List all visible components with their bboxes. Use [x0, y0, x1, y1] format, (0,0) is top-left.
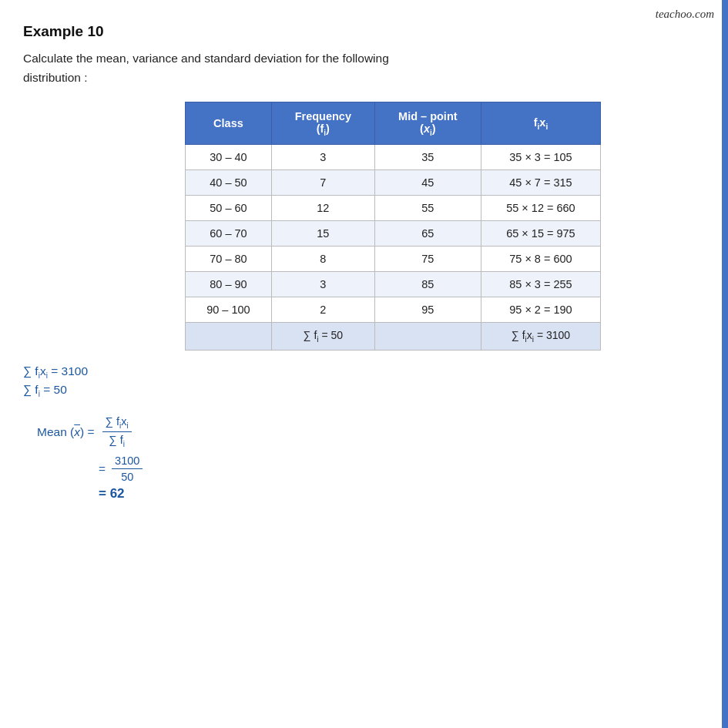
- mean-fraction-step2: 3100 50: [112, 455, 143, 483]
- cell-class: 70 – 80: [186, 247, 272, 272]
- table-row: 50 – 60 12 55 55 × 12 = 660: [186, 196, 601, 221]
- table-wrapper: Class Frequency(fi) Mid – point(xi) fixi…: [185, 102, 705, 351]
- step2-numerator: 3100: [112, 455, 143, 469]
- right-bar: [722, 0, 728, 728]
- col-header-fixi: fixi: [481, 102, 600, 145]
- step2-denominator: 50: [118, 469, 136, 483]
- footer-col3: [374, 323, 481, 351]
- example-title: Example 10: [23, 23, 705, 40]
- mean-denominator: ∑ fi: [106, 432, 128, 448]
- cell-freq: 7: [271, 170, 374, 196]
- mean-fraction: ∑ fixi ∑ fi: [102, 415, 132, 448]
- col-header-frequency: Frequency(fi): [271, 102, 374, 145]
- watermark: teachoo.com: [656, 8, 714, 21]
- cell-fixi: 65 × 15 = 975: [481, 221, 600, 247]
- footer-col4: ∑ fixi = 3100: [481, 323, 600, 351]
- col-header-class: Class: [186, 102, 272, 145]
- mean-formula-line: Mean (x) = ∑ fixi ∑ fi: [37, 415, 705, 448]
- table-row: 30 – 40 3 35 35 × 3 = 105: [186, 145, 601, 170]
- cell-class: 60 – 70: [186, 221, 272, 247]
- mean-label: Mean (x) =: [37, 425, 95, 439]
- table-row: 40 – 50 7 45 45 × 7 = 315: [186, 170, 601, 196]
- cell-class: 40 – 50: [186, 170, 272, 196]
- cell-freq: 12: [271, 196, 374, 221]
- cell-mid: 35: [374, 145, 481, 170]
- cell-fixi: 85 × 3 = 255: [481, 272, 600, 297]
- cell-mid: 85: [374, 272, 481, 297]
- cell-mid: 55: [374, 196, 481, 221]
- mean-result: = 62: [99, 486, 705, 502]
- table-row: 80 – 90 3 85 85 × 3 = 255: [186, 272, 601, 297]
- table-row: 70 – 80 8 75 75 × 8 = 600: [186, 247, 601, 272]
- cell-freq: 2: [271, 297, 374, 323]
- step2-equals: =: [99, 462, 106, 476]
- cell-mid: 65: [374, 221, 481, 247]
- problem-line1: Calculate the mean, variance and standar…: [23, 52, 389, 65]
- data-table: Class Frequency(fi) Mid – point(xi) fixi…: [185, 102, 601, 351]
- cell-class: 90 – 100: [186, 297, 272, 323]
- table-row: 90 – 100 2 95 95 × 2 = 190: [186, 297, 601, 323]
- cell-class: 80 – 90: [186, 272, 272, 297]
- cell-class: 50 – 60: [186, 196, 272, 221]
- sum-fi-line: ∑ fi = 50: [23, 383, 705, 398]
- cell-fixi: 75 × 8 = 600: [481, 247, 600, 272]
- summary-section: ∑ fixi = 3100 ∑ fi = 50: [23, 364, 705, 398]
- table-footer-row: ∑ fi = 50 ∑ fixi = 3100: [186, 323, 601, 351]
- cell-fixi: 35 × 3 = 105: [481, 145, 600, 170]
- problem-text: Calculate the mean, variance and standar…: [23, 49, 705, 88]
- cell-freq: 3: [271, 145, 374, 170]
- cell-freq: 15: [271, 221, 374, 247]
- sum-fixi-line: ∑ fixi = 3100: [23, 364, 705, 380]
- cell-mid: 95: [374, 297, 481, 323]
- table-row: 60 – 70 15 65 65 × 15 = 975: [186, 221, 601, 247]
- cell-fixi: 55 × 12 = 660: [481, 196, 600, 221]
- footer-col2: ∑ fi = 50: [271, 323, 374, 351]
- cell-class: 30 – 40: [186, 145, 272, 170]
- mean-section: Mean (x) = ∑ fixi ∑ fi = 3100 50 = 62: [37, 415, 705, 502]
- cell-freq: 8: [271, 247, 374, 272]
- cell-mid: 45: [374, 170, 481, 196]
- col-header-midpoint: Mid – point(xi): [374, 102, 481, 145]
- mean-step2: = 3100 50: [99, 455, 705, 483]
- mean-numerator: ∑ fixi: [102, 415, 132, 432]
- problem-line2: distribution :: [23, 71, 88, 84]
- table-header-row: Class Frequency(fi) Mid – point(xi) fixi: [186, 102, 601, 145]
- cell-fixi: 45 × 7 = 315: [481, 170, 600, 196]
- cell-fixi: 95 × 2 = 190: [481, 297, 600, 323]
- cell-freq: 3: [271, 272, 374, 297]
- cell-mid: 75: [374, 247, 481, 272]
- footer-col1: [186, 323, 272, 351]
